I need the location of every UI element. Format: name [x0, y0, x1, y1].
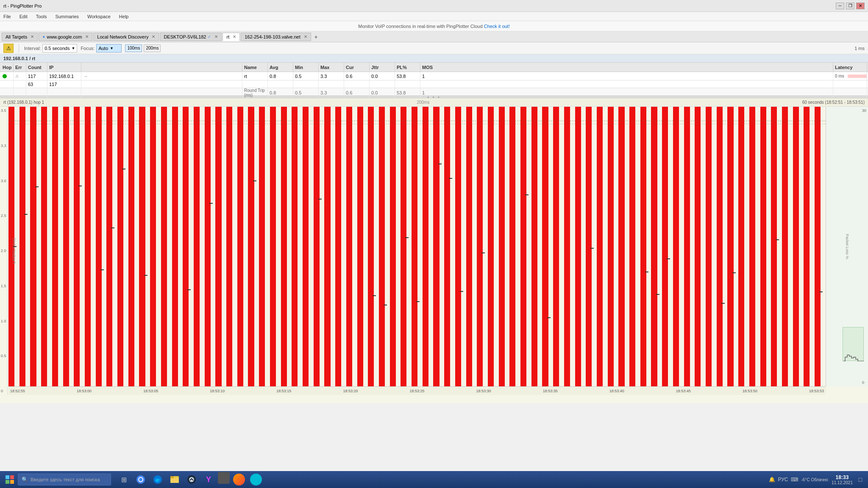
bar-unit [19, 107, 31, 386]
app-icon-orange[interactable] [231, 472, 247, 487]
focus-dropdown-icon: ▼ [110, 46, 114, 50]
tab-valve[interactable]: 162-254-198-103.valve.net ✕ [241, 33, 311, 41]
close-button[interactable]: ✕ [856, 3, 865, 9]
bar-unit [335, 107, 346, 386]
tab-rt[interactable]: rt ✕ [223, 33, 240, 41]
tab-close-local[interactable]: ✕ [152, 34, 155, 39]
bar-unit [357, 107, 368, 386]
rt-pl: 53.8 [395, 88, 420, 97]
steam-icon[interactable] [184, 472, 199, 487]
explorer-icon[interactable] [167, 472, 182, 487]
tab-close-rt[interactable]: ✕ [233, 34, 236, 39]
promobar: Monitor VoIP connections in real-time wi… [0, 21, 868, 31]
restore-button[interactable]: ❐ [846, 3, 854, 9]
svg-rect-12 [170, 478, 179, 483]
alert-icon-btn[interactable]: ⚠ [3, 44, 14, 53]
x-label-12: 18:53:53 [809, 389, 824, 393]
bar-unit [205, 107, 216, 386]
row-counts: 63 117 [0, 80, 868, 88]
mos-value: 1 [420, 72, 833, 80]
taskbar-apps: ⊞ [116, 472, 264, 487]
chart-duration: 60 seconds (18:52:51 - 18:53:51) [802, 100, 865, 105]
menu-edit[interactable]: Edit [18, 13, 29, 20]
chart-container: rt (192.168.0.1) hop 1 200ms 60 seconds … [0, 98, 868, 403]
menu-tools[interactable]: Tools [34, 13, 49, 20]
bar-unit [629, 107, 640, 386]
col-jttr: Jttr [370, 63, 395, 72]
interval-select[interactable]: 0.5 seconds ▼ [42, 44, 77, 53]
x-label-3: 18:53:10 [210, 389, 225, 393]
bar-unit [509, 107, 520, 386]
time-range-200ms[interactable]: 200ms [144, 44, 161, 52]
bars-area[interactable] [8, 107, 826, 386]
bar-unit [128, 107, 139, 386]
bar-unit [85, 107, 96, 386]
interval-section: Interval: 0.5 seconds ▼ [24, 44, 77, 53]
promo-link[interactable]: Check it out! [484, 24, 510, 29]
bar-unit [444, 107, 455, 386]
rt-min: 0.5 [293, 88, 319, 97]
bar-unit [270, 107, 281, 386]
rt-mos: 1 [420, 88, 833, 97]
focus-select[interactable]: Auto ▼ [96, 44, 122, 53]
tab-close-google[interactable]: ✕ [85, 34, 89, 39]
tab-close-desktop[interactable]: ✕ [214, 34, 218, 39]
edge-icon[interactable] [150, 472, 165, 487]
err-value: ⚠ [14, 72, 26, 80]
tab-local-network[interactable]: Local Network Discovery ✕ [93, 33, 159, 41]
tab-close-all-targets[interactable]: ✕ [31, 34, 34, 39]
menu-summaries[interactable]: Summaries [53, 13, 81, 20]
app-icon-blue-circle[interactable] [248, 472, 264, 487]
taskbar-time: 18:33 11.12.2021 [832, 474, 853, 485]
titlebar-controls[interactable]: ─ ❐ ✕ [836, 3, 865, 9]
bar-unit [618, 107, 629, 386]
bar-unit [303, 107, 314, 386]
table-row[interactable]: ⚠ 117 192.168.0.1 → rt 0.8 0.5 3.3 0.6 0… [0, 72, 868, 80]
bar-unit [292, 107, 303, 386]
tab-all-targets[interactable]: All Targets ✕ [2, 33, 38, 41]
bar-unit [237, 107, 248, 386]
latency-mini-svg [848, 73, 867, 80]
notification-center[interactable]: □ [856, 475, 865, 484]
menu-workspace[interactable]: Workspace [86, 13, 112, 20]
bar-unit [531, 107, 542, 386]
bar-unit [575, 107, 586, 386]
notification-icon[interactable]: 🔔 [769, 477, 775, 482]
tab-google-icon: ● [42, 34, 45, 39]
packet-loss-panel: Packet Loss % 30 0 [826, 107, 868, 386]
start-button[interactable] [3, 473, 16, 486]
toolbar-left: ⚠ [3, 44, 14, 53]
bar-unit [117, 107, 128, 386]
col-cur: Cur [344, 63, 370, 72]
time-range-100ms[interactable]: 100ms [125, 44, 142, 52]
bar-unit [41, 107, 52, 386]
x-label-10: 18:53:45 [676, 389, 691, 393]
bar-unit [586, 107, 597, 386]
hop-value [1, 72, 14, 80]
col-name: Name [242, 63, 268, 72]
minimize-button[interactable]: ─ [836, 3, 844, 9]
app-icon-y[interactable]: Y [201, 472, 216, 487]
tab-add-button[interactable]: + [312, 33, 320, 41]
bar-unit [412, 107, 423, 386]
tab-desktop[interactable]: DESKTOP-5V6L182 ✓ ✕ [160, 33, 222, 41]
menu-help[interactable]: Help [117, 13, 131, 20]
bar-unit [749, 107, 760, 386]
col-empty [81, 63, 242, 72]
taskbar-search[interactable]: 🔍 Введите здесь текст для поиска [18, 474, 111, 485]
bar-unit [738, 107, 749, 386]
latency-mini: 0 ms Focus: 18:52:51 - 18:53:51 [835, 73, 867, 80]
col-min: Min [293, 63, 319, 72]
pl-label: Packet Loss % [845, 234, 849, 259]
chrome-icon[interactable] [133, 472, 148, 487]
interval-dropdown-icon: ▼ [71, 46, 75, 50]
bar-unit [215, 107, 226, 386]
tab-close-valve[interactable]: ✕ [304, 34, 307, 39]
tab-google[interactable]: ● www.google.com ✕ [39, 33, 92, 41]
menu-file[interactable]: File [2, 13, 13, 20]
task-view-button[interactable]: ⊞ [116, 472, 131, 487]
x-label-8: 18:53:35 [543, 389, 558, 393]
keyboard-icon: ⌨ [791, 477, 798, 482]
bar-unit [684, 107, 695, 386]
app-icon-square[interactable] [218, 472, 230, 484]
